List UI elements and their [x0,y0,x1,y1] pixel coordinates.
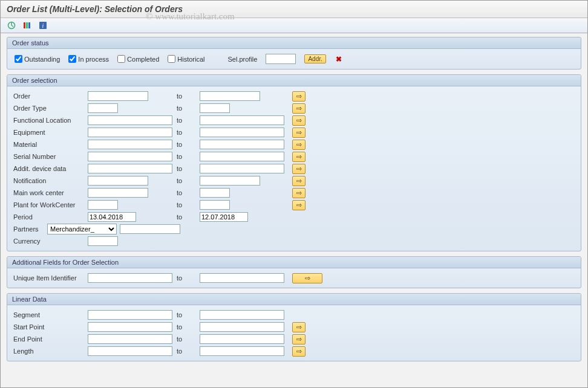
addit-dev-opt-button[interactable]: ⇨ [292,164,305,174]
svg-line-2 [11,25,13,27]
label-material: Material [12,141,88,148]
material-from-input[interactable] [88,140,172,149]
serial-opt-button[interactable]: ⇨ [292,152,305,162]
label-uid: Unique Item Identifier [12,274,88,282]
to-label: to [175,335,200,343]
content-area[interactable]: Order status Outstanding In process Comp… [1,33,587,388]
label-end-point: End Point [12,335,88,343]
sel-profile-label: Sel.profile [228,56,258,63]
main-wc-to-input[interactable] [200,188,230,198]
main-wc-opt-button[interactable]: ⇨ [292,188,305,198]
order-type-from-input[interactable] [88,103,118,113]
row-start-point: Start Point to ⇨ [12,321,576,333]
historical-text: Historical [177,56,204,63]
length-to-input[interactable] [200,346,284,356]
to-label: to [175,153,200,160]
order-to-input[interactable] [200,91,260,101]
historical-checkbox-label[interactable]: Historical [168,55,204,63]
currency-input[interactable] [88,236,118,246]
uid-to-input[interactable] [200,273,284,283]
row-currency: Currency [12,235,576,247]
end-point-from-input[interactable] [88,334,172,344]
order-type-opt-button[interactable]: ⇨ [292,103,305,114]
outstanding-checkbox[interactable] [15,55,22,63]
linear-data-header: Linear Data [7,294,581,305]
order-opt-button[interactable]: ⇨ [292,91,305,102]
uid-from-input[interactable] [88,273,172,283]
linear-data-group: Linear Data Segment to Start Point to ⇨ … [7,293,581,361]
svg-rect-5 [28,22,30,28]
row-material: Material to ⇨ [12,138,576,150]
start-point-to-input[interactable] [200,322,284,332]
historical-checkbox[interactable] [168,55,175,63]
label-start-point: Start Point [12,323,88,331]
to-label: to [175,141,200,148]
to-label: to [175,165,200,172]
to-label: to [175,189,200,196]
order-from-input[interactable] [88,91,148,101]
equipment-from-input[interactable] [88,128,172,137]
order-type-to-input[interactable] [200,103,230,113]
period-to-input[interactable] [200,212,248,222]
main-wc-from-input[interactable] [88,188,148,198]
notification-opt-button[interactable]: ⇨ [292,176,305,186]
variant-icon[interactable] [21,20,33,31]
order-selection-header: Order selection [7,75,581,86]
app-header: Order List (Multi-Level): Selection of O… [1,1,587,18]
svg-rect-3 [24,22,25,28]
completed-checkbox[interactable] [117,55,125,63]
segment-from-input[interactable] [88,310,172,320]
equipment-to-input[interactable] [200,128,284,137]
plant-wc-opt-button[interactable]: ⇨ [292,200,305,210]
in-process-checkbox-label[interactable]: In process [68,55,109,63]
period-from-input[interactable] [88,212,136,222]
length-from-input[interactable] [88,346,172,356]
uid-opt-button[interactable]: ⇨ [292,273,322,283]
row-end-point: End Point to ⇨ [12,333,576,345]
completed-checkbox-label[interactable]: Completed [117,55,159,63]
execute-icon[interactable] [5,20,18,31]
to-label: to [175,129,200,136]
end-point-opt-button[interactable]: ⇨ [292,334,305,344]
func-loc-to-input[interactable] [200,115,284,125]
watermark-text: © www.tutorialkart.com [146,11,235,22]
svg-text:i: i [42,22,44,29]
serial-to-input[interactable] [200,152,284,161]
to-label: to [175,117,200,124]
plant-wc-to-input[interactable] [200,200,230,210]
to-label: to [175,177,200,184]
outstanding-checkbox-label[interactable]: Outstanding [15,55,60,63]
material-opt-button[interactable]: ⇨ [292,140,305,150]
segment-to-input[interactable] [200,310,284,320]
to-label: to [175,201,200,209]
completed-text: Completed [127,56,159,63]
length-opt-button[interactable]: ⇨ [292,346,305,357]
in-process-text: In process [78,56,109,63]
notification-from-input[interactable] [88,176,148,186]
end-point-to-input[interactable] [200,334,284,344]
serial-from-input[interactable] [88,152,172,161]
cancel-icon[interactable]: ✖ [336,55,342,63]
func-loc-opt-button[interactable]: ⇨ [292,115,305,126]
label-serial: Serial Number [12,153,88,160]
to-label: to [175,213,200,221]
sel-profile-input[interactable] [266,54,296,64]
partners-value-input[interactable] [120,224,180,234]
plant-wc-from-input[interactable] [88,200,118,210]
equipment-opt-button[interactable]: ⇨ [292,128,305,138]
info-icon[interactable]: i [37,20,49,31]
to-label: to [175,323,200,331]
partners-select[interactable]: Merchandizer_ [47,224,117,234]
start-point-opt-button[interactable]: ⇨ [292,322,305,332]
row-partners: Partners Merchandizer_ [12,223,576,235]
addit-dev-from-input[interactable] [88,164,172,173]
material-to-input[interactable] [200,140,284,149]
func-loc-from-input[interactable] [88,115,172,125]
label-main-wc: Main work center [12,189,88,196]
notification-to-input[interactable] [200,176,260,186]
addr-button[interactable]: Addr. [304,54,325,63]
in-process-checkbox[interactable] [68,55,76,63]
start-point-from-input[interactable] [88,322,172,332]
addit-dev-to-input[interactable] [200,164,284,173]
to-label: to [175,311,200,318]
